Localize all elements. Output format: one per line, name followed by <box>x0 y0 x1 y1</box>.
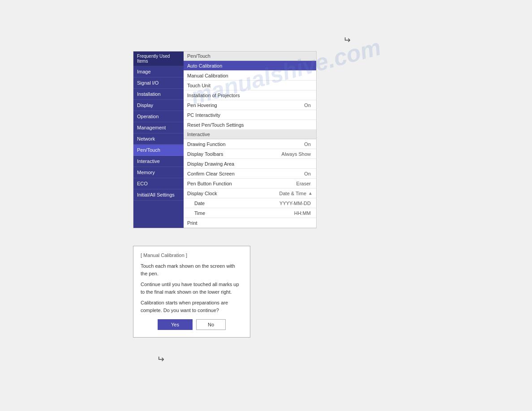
sidebar-item-installation[interactable]: Installation <box>133 89 184 100</box>
no-button[interactable]: No <box>196 319 226 330</box>
sidebar: Frequently Used Items Image Signal I/O I… <box>133 51 184 228</box>
sidebar-item-operation[interactable]: Operation <box>133 111 184 122</box>
manual-calibration-dialog: [ Manual Calibration ] Touch each mark s… <box>133 246 250 338</box>
auto-calibration-label: Auto Calibration <box>187 63 313 68</box>
sidebar-item-interactive[interactable]: Interactive <box>133 156 184 167</box>
pen-button-function-label: Pen Button Function <box>187 181 296 186</box>
dialog-body: Touch each mark shown on the screen with… <box>141 262 243 314</box>
confirm-clear-screen-value: On <box>304 171 311 176</box>
dialog-line2: Continue until you have touched all mark… <box>141 281 243 295</box>
dialog-line3: Calibration starts when preparations are… <box>141 299 243 314</box>
date-row[interactable]: Date YYYY-MM-DD <box>184 198 316 208</box>
yes-button[interactable]: Yes <box>158 319 193 330</box>
auto-calibration-row[interactable]: Auto Calibration <box>184 61 316 71</box>
chevron-up-icon: ▲ <box>308 191 313 196</box>
pen-button-function-value: Eraser <box>296 181 311 186</box>
print-label: Print <box>187 220 313 226</box>
installation-of-projectors-row[interactable]: Installation of Projectors <box>184 90 316 100</box>
sidebar-item-frequently-used-items[interactable]: Frequently Used Items <box>133 51 184 66</box>
sidebar-item-pen-touch[interactable]: Pen/Touch <box>133 145 184 156</box>
confirm-clear-screen-row[interactable]: Confirm Clear Screen On <box>184 169 316 179</box>
pen-hovering-value: On <box>304 103 311 108</box>
display-toolbars-label: Display Toolbars <box>187 151 282 157</box>
sidebar-item-image[interactable]: Image <box>133 66 184 77</box>
dialog-title: [ Manual Calibration ] <box>141 253 243 258</box>
drawing-function-row[interactable]: Drawing Function On <box>184 139 316 149</box>
sidebar-item-signal-io[interactable]: Signal I/O <box>133 77 184 89</box>
manual-calibration-label: Manual Calibration <box>187 73 313 78</box>
touch-unit-row[interactable]: Touch Unit <box>184 81 316 90</box>
return-arrow-1: ↵ <box>343 34 351 45</box>
pen-button-function-row[interactable]: Pen Button Function Eraser <box>184 179 316 188</box>
content-panel: Pen/Touch Auto Calibration Manual Calibr… <box>184 51 316 228</box>
display-toolbars-row[interactable]: Display Toolbars Always Show <box>184 149 316 159</box>
display-drawing-area-row[interactable]: Display Drawing Area <box>184 159 316 169</box>
reset-pen-touch-settings-label: Reset Pen/Touch Settings <box>187 122 313 128</box>
pen-touch-section-header: Pen/Touch <box>184 51 316 61</box>
date-label: Date <box>187 201 279 206</box>
sidebar-item-eco[interactable]: ECO <box>133 178 184 189</box>
sidebar-item-display[interactable]: Display <box>133 100 184 111</box>
time-label: Time <box>187 210 294 216</box>
sidebar-item-initial-all-settings[interactable]: Initial/All Settings <box>133 189 184 201</box>
time-row[interactable]: Time HH:MM <box>184 208 316 218</box>
return-arrow-3: ↵ <box>157 354 164 364</box>
menu-panel: Frequently Used Items Image Signal I/O I… <box>133 51 317 228</box>
interactive-section-header: Interactive <box>184 130 316 139</box>
drawing-function-value: On <box>304 141 311 147</box>
date-value: YYYY-MM-DD <box>279 201 311 206</box>
pc-interactivity-label: PC Interactivity <box>187 112 313 118</box>
confirm-clear-screen-label: Confirm Clear Screen <box>187 171 304 176</box>
sidebar-item-network[interactable]: Network <box>133 133 184 145</box>
touch-unit-label: Touch Unit <box>187 83 313 88</box>
print-row[interactable]: Print <box>184 218 316 228</box>
pen-hovering-label: Pen Hovering <box>187 103 304 108</box>
manual-calibration-row[interactable]: Manual Calibration <box>184 71 316 81</box>
time-value: HH:MM <box>294 210 311 216</box>
installation-of-projectors-label: Installation of Projectors <box>187 93 313 98</box>
display-clock-row[interactable]: Display Clock Date & Time ▲ <box>184 188 316 198</box>
dialog-line1: Touch each mark shown on the screen with… <box>141 262 243 277</box>
reset-pen-touch-settings-row[interactable]: Reset Pen/Touch Settings <box>184 120 316 130</box>
sidebar-item-memory[interactable]: Memory <box>133 167 184 178</box>
display-toolbars-value: Always Show <box>282 151 311 157</box>
drawing-function-label: Drawing Function <box>187 141 304 147</box>
pc-interactivity-row[interactable]: PC Interactivity <box>184 110 316 120</box>
display-clock-value: Date & Time <box>279 191 307 196</box>
display-clock-label: Display Clock <box>187 191 279 196</box>
dialog-buttons: Yes No <box>141 319 243 330</box>
sidebar-item-management[interactable]: Management <box>133 122 184 133</box>
pen-hovering-row[interactable]: Pen Hovering On <box>184 100 316 110</box>
display-drawing-area-label: Display Drawing Area <box>187 161 313 167</box>
